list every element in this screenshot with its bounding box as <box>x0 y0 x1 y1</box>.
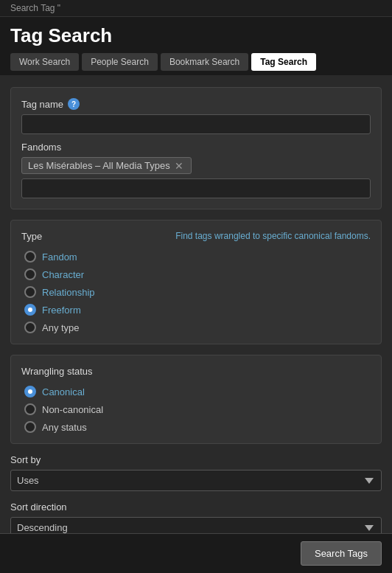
wrangling-radio-non-canonical[interactable] <box>24 403 36 415</box>
sort-by-section: Sort by Uses Name Created <box>10 454 382 491</box>
type-radio-freeform[interactable] <box>24 304 36 316</box>
wrangling-radio-group: Canonical Non-canonical Any status <box>21 386 371 433</box>
wrangling-option-non-canonical[interactable]: Non-canonical <box>24 403 371 415</box>
type-radio-relationship[interactable] <box>24 286 36 298</box>
wrangling-label-any: Any status <box>42 422 87 433</box>
wrangling-radio-any[interactable] <box>24 421 36 433</box>
type-option-fandom[interactable]: Fandom <box>24 251 371 263</box>
type-label-freeform: Freeform <box>42 305 81 316</box>
breadcrumb: Search Tag " <box>0 0 392 17</box>
type-option-character[interactable]: Character <box>24 268 371 280</box>
tag-name-label-text: Tag name <box>21 99 63 110</box>
type-radio-character[interactable] <box>24 268 36 280</box>
type-option-freeform[interactable]: Freeform <box>24 304 371 316</box>
tag-name-label: Tag name ? <box>21 98 371 110</box>
tab-bookmark-search[interactable]: Bookmark Search <box>161 53 248 71</box>
fandom-tag: Les Misérables – All Media Types ✕ <box>21 157 192 174</box>
sort-by-select[interactable]: Uses Name Created <box>10 470 382 491</box>
fandoms-label: Fandoms <box>21 142 371 153</box>
wrangling-label-canonical: Canonical <box>42 386 85 397</box>
tab-tag-search[interactable]: Tag Search <box>251 53 316 71</box>
type-radio-fandom[interactable] <box>24 251 36 263</box>
type-label-character: Character <box>42 269 84 280</box>
wrangling-option-any[interactable]: Any status <box>24 421 371 433</box>
wrangling-radio-canonical[interactable] <box>24 386 36 397</box>
type-label-relationship: Relationship <box>42 287 95 298</box>
wrangling-option-canonical[interactable]: Canonical <box>24 386 371 397</box>
type-radio-any[interactable] <box>24 322 36 333</box>
tag-name-section: Tag name ? Fandoms Les Misérables – All … <box>10 87 382 209</box>
wrangling-section: Wrangling status Canonical Non-canonical… <box>10 355 382 444</box>
type-label-any: Any type <box>42 322 80 333</box>
type-header: Type Find tags wrangled to specific cano… <box>21 231 371 242</box>
help-icon[interactable]: ? <box>68 98 80 110</box>
main-content: Tag name ? Fandoms Les Misérables – All … <box>0 75 392 573</box>
type-label: Type <box>21 231 42 242</box>
type-radio-group: Fandom Character Relationship Freeform A… <box>21 251 371 333</box>
fandom-tag-text: Les Misérables – All Media Types <box>28 160 170 171</box>
type-label-fandom: Fandom <box>42 251 77 263</box>
wrangling-header: Wrangling status <box>21 366 371 377</box>
tab-work-search[interactable]: Work Search <box>10 53 79 71</box>
type-option-relationship[interactable]: Relationship <box>24 286 371 298</box>
footer-bar: Search Tags <box>0 533 392 573</box>
sort-by-label: Sort by <box>10 454 382 465</box>
sort-direction-label: Sort direction <box>10 501 382 513</box>
search-tags-button[interactable]: Search Tags <box>301 541 382 566</box>
fandom-search-input[interactable] <box>21 178 371 198</box>
page-title: Tag Search <box>10 24 382 47</box>
page-header: Tag Search Work Search People Search Boo… <box>0 17 392 75</box>
tag-name-input[interactable] <box>21 114 371 134</box>
type-section: Type Find tags wrangled to specific cano… <box>10 220 382 344</box>
tab-people-search[interactable]: People Search <box>82 53 158 71</box>
nav-tabs: Work Search People Search Bookmark Searc… <box>10 53 382 71</box>
type-option-any[interactable]: Any type <box>24 322 371 333</box>
breadcrumb-text: Search Tag " <box>10 3 60 13</box>
canonical-fandoms-link[interactable]: Find tags wrangled to specific canonical… <box>175 231 371 241</box>
wrangling-label: Wrangling status <box>21 366 93 377</box>
wrangling-label-non-canonical: Non-canonical <box>42 404 103 415</box>
fandom-tag-remove-button[interactable]: ✕ <box>173 161 185 171</box>
